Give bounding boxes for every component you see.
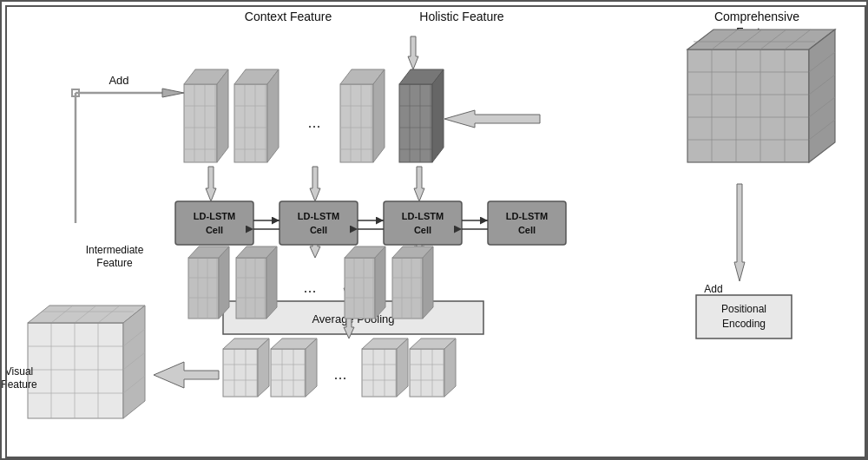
lstm-cell-2-label2: Cell — [310, 225, 327, 235]
svg-rect-51 — [184, 84, 217, 162]
svg-marker-94 — [219, 246, 229, 319]
lstm-cell-3-label: LD-LSTM — [402, 211, 444, 221]
arrow-lstm1-up — [206, 167, 216, 201]
ellipsis-middle: ... — [303, 279, 316, 296]
svg-marker-102 — [266, 246, 277, 319]
svg-marker-110 — [375, 246, 385, 319]
arrow-lstm3-up — [414, 167, 424, 201]
ellipsis-top: ... — [307, 114, 320, 131]
main-container: Visual Feature ... — [0, 0, 868, 460]
arrow-visual-to-small — [154, 362, 219, 388]
lstm-cell-3 — [384, 201, 462, 245]
intermediate-feature-label: Intermediate — [86, 244, 144, 256]
lstm-cell-1 — [175, 201, 253, 245]
int-block-3 — [345, 246, 385, 319]
lstm-cell-2 — [279, 201, 358, 245]
small-block-4 — [410, 338, 456, 397]
svg-rect-0 — [28, 323, 123, 418]
holistic-block — [399, 69, 444, 162]
arrow-holistic-up — [408, 36, 418, 69]
small-block-3 — [362, 338, 408, 397]
lstm-cell-4-label2: Cell — [518, 225, 536, 235]
lstm-cell-1-label: LD-LSTM — [194, 211, 235, 221]
int-block-4 — [392, 246, 433, 319]
lstm-cell-4 — [488, 201, 566, 245]
int-block-1 — [188, 246, 229, 319]
svg-marker-48 — [444, 338, 456, 397]
visual-feature-label2: Feature — [2, 378, 37, 391]
svg-marker-86 — [432, 69, 444, 162]
positional-encoding-label2: Encoding — [722, 318, 766, 330]
svg-rect-17 — [223, 349, 258, 397]
arrow-to-comprehensive — [444, 110, 540, 128]
svg-marker-40 — [397, 338, 408, 397]
positional-encoding-label: Positional — [721, 303, 766, 315]
svg-rect-87 — [188, 258, 219, 319]
svg-marker-77 — [373, 69, 385, 162]
svg-rect-111 — [392, 258, 423, 319]
holistic-feature-label: Holistic Feature — [419, 10, 503, 23]
svg-marker-134 — [809, 30, 835, 162]
arrow-lstm2-up — [310, 167, 320, 201]
visual-feature-cube — [28, 306, 145, 418]
add-bottom-label: Add — [704, 283, 722, 295]
int-block-2 — [236, 246, 277, 319]
ellipsis-bottom: ... — [333, 365, 346, 383]
intermediate-feature-label2: Feature — [96, 257, 133, 269]
architecture-diagram: Visual Feature ... — [2, 2, 868, 460]
arrow-pool-lstm2-up — [310, 245, 320, 258]
comprehensive-feature-label: Comprehensive — [714, 10, 799, 23]
context-block-2 — [234, 69, 279, 162]
svg-rect-119 — [687, 49, 809, 162]
add-label: Add — [108, 74, 128, 87]
svg-rect-25 — [271, 349, 306, 397]
small-block-2 — [271, 338, 317, 397]
lstm-cell-3-label2: Cell — [414, 225, 431, 235]
lstm-cell-1-label2: Cell — [206, 225, 223, 235]
small-block-1 — [223, 338, 269, 397]
lstm-cell-2-label: LD-LSTM — [298, 211, 339, 221]
context-block-3 — [340, 69, 385, 162]
svg-rect-41 — [410, 349, 444, 397]
svg-marker-118 — [423, 246, 433, 319]
lstm-cell-4-label: LD-LSTM — [506, 211, 548, 221]
context-block-1 — [184, 69, 228, 162]
arrow-add-comprehensive — [734, 184, 745, 281]
svg-marker-32 — [306, 338, 317, 397]
svg-marker-68 — [267, 69, 279, 162]
svg-marker-24 — [258, 338, 269, 397]
comprehensive-cube — [687, 30, 835, 162]
context-feature-label: Context Feature — [245, 10, 332, 23]
svg-marker-13 — [123, 306, 145, 418]
positional-encoding-box — [696, 295, 792, 338]
svg-rect-95 — [236, 258, 266, 319]
visual-feature-label: Visual — [5, 365, 33, 378]
svg-rect-78 — [399, 84, 432, 162]
svg-rect-33 — [362, 349, 397, 397]
svg-rect-60 — [234, 84, 267, 162]
svg-rect-103 — [345, 258, 375, 319]
svg-marker-59 — [217, 69, 228, 162]
svg-rect-69 — [340, 84, 373, 162]
add-arrow-head — [162, 89, 184, 97]
